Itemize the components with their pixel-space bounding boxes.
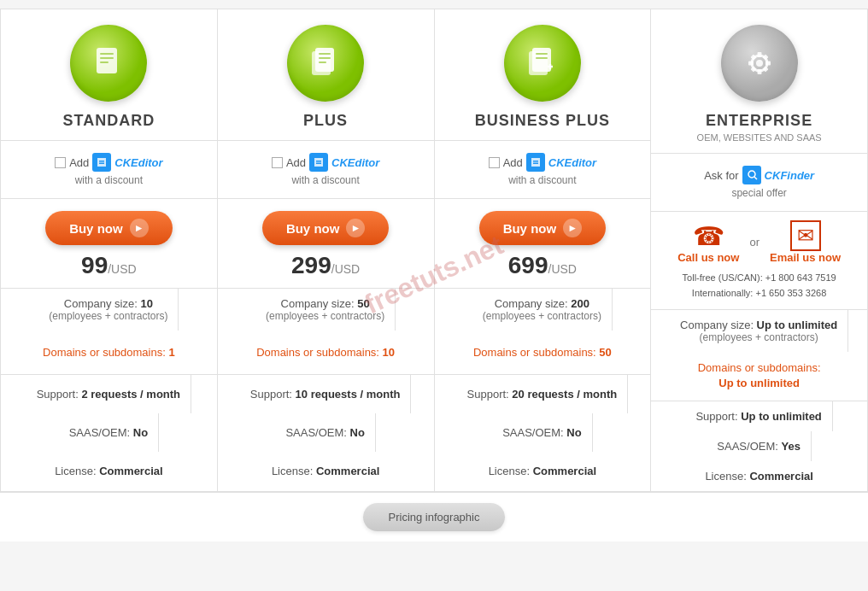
- company-size-note-business-plus: (employees + contractors): [483, 310, 601, 322]
- company-size-note-plus: (employees + contractors): [266, 310, 384, 322]
- support-enterprise: Support: Up to unlimited: [685, 401, 832, 431]
- license-business-plus: License: Commercial: [478, 452, 607, 490]
- svg-rect-6: [319, 53, 331, 55]
- buy-button-standard[interactable]: Buy now ►: [45, 211, 173, 245]
- domains-standard: Domains or subdomains: 1: [1, 331, 217, 375]
- add-checkbox-business-plus[interactable]: [489, 157, 500, 168]
- add-checkbox-plus[interactable]: [272, 157, 283, 168]
- buy-button-plus[interactable]: Buy now ►: [262, 211, 390, 245]
- svg-rect-11: [536, 53, 548, 55]
- plan-header-enterprise: ENTERPRISE OEM, WEBSITES AND SAAS: [651, 9, 867, 154]
- ck-text-standard: CKEditor: [114, 156, 162, 169]
- license-enterprise: License: Commercial: [695, 461, 823, 491]
- saas-business-plus: SAAS/OEM: No: [492, 413, 592, 452]
- plan-icon-enterprise: [721, 25, 798, 102]
- plan-enterprise: ENTERPRISE OEM, WEBSITES AND SAAS Ask fo…: [651, 9, 867, 491]
- svg-rect-5: [315, 48, 334, 72]
- svg-rect-12: [536, 57, 548, 59]
- contact-info: Toll-free (US/CAN): +1 800 643 7519 Inte…: [683, 271, 836, 301]
- add-text-business-plus: Add: [503, 156, 523, 169]
- ck-text-plus: CKEditor: [331, 156, 379, 169]
- price-business-plus: 699/USD: [508, 252, 577, 279]
- svg-rect-17: [757, 52, 761, 57]
- svg-rect-20: [765, 61, 771, 66]
- buy-button-business-plus[interactable]: Buy now ►: [479, 211, 607, 245]
- infographic-label: Pricing infographic: [389, 511, 480, 524]
- saas-enterprise: SAAS/OEM: Yes: [707, 431, 812, 461]
- add-sub-plus: with a discount: [291, 174, 359, 186]
- plan-header-business-plus: BUSINESS PLUS: [435, 9, 651, 141]
- svg-rect-19: [748, 61, 754, 66]
- plan-header-plus: PLUS: [218, 9, 434, 141]
- international: Internationally: +1 650 353 3268: [692, 288, 827, 298]
- saas-standard: SAAS/OEM: No: [59, 413, 159, 452]
- buy-section-business-plus: Buy now ► 699/USD: [435, 199, 651, 289]
- add-row-enterprise: Ask for CKFinder: [704, 166, 814, 184]
- plan-plus: PLUS Add CKEditor with a discount Buy no…: [218, 9, 435, 491]
- or-text: or: [749, 236, 760, 249]
- svg-rect-7: [319, 57, 331, 59]
- domains-enterprise: Domains or subdomains: Up to unlimited: [651, 352, 867, 401]
- add-sub-standard: with a discount: [75, 174, 143, 186]
- buy-section-standard: Buy now ► 99/USD: [1, 199, 217, 289]
- svg-rect-8: [319, 61, 326, 63]
- price-value-business-plus: 699: [508, 252, 548, 278]
- add-row-business-plus: Add CKEditor: [489, 153, 596, 172]
- add-text-plus: Add: [286, 156, 306, 169]
- ck-icon-standard: [92, 153, 111, 172]
- svg-rect-18: [757, 69, 761, 74]
- price-standard: 99/USD: [81, 252, 137, 279]
- plan-icon-business-plus: [504, 25, 581, 102]
- plan-icon-plus: [287, 25, 364, 102]
- add-sub-business-plus: with a discount: [508, 174, 576, 186]
- company-size-enterprise: Company size: Up to unlimited (employees…: [670, 310, 848, 352]
- plan-header-standard: STANDARD: [1, 9, 217, 141]
- add-section-enterprise: Ask for CKFinder special offer: [651, 154, 867, 212]
- plan-name-enterprise: ENTERPRISE: [706, 112, 812, 130]
- svg-line-26: [754, 177, 757, 179]
- email-icon: ✉: [790, 220, 821, 251]
- infographic-button[interactable]: Pricing infographic: [363, 503, 506, 531]
- buy-arrow-standard: ►: [130, 219, 149, 237]
- ck-icon-business-plus: [526, 153, 545, 172]
- company-size-label-standard: Company size: 10: [64, 297, 153, 310]
- support-plus: Support: 10 requests / month: [240, 375, 412, 413]
- plan-standard: STANDARD Add CKEditor with a discount Bu…: [1, 9, 218, 491]
- add-row-standard: Add CKEditor: [55, 153, 162, 172]
- add-section-standard: Add CKEditor with a discount: [1, 141, 217, 199]
- ckf-icon-enterprise: [742, 166, 761, 184]
- ck-text-business-plus: CKEditor: [548, 156, 596, 169]
- buy-arrow-business-plus: ►: [563, 219, 582, 237]
- currency-business-plus: /USD: [548, 262, 577, 276]
- ck-icon-plus: [309, 153, 328, 172]
- currency-standard: /USD: [108, 262, 136, 276]
- svg-rect-3: [100, 61, 108, 63]
- license-standard: License: Commercial: [44, 452, 173, 490]
- support-standard: Support: 2 requests / month: [26, 375, 191, 413]
- plan-icon-standard: [70, 25, 147, 102]
- add-section-business-plus: Add CKEditor with a discount: [435, 141, 651, 199]
- price-plus: 299/USD: [291, 252, 360, 279]
- svg-rect-10: [532, 48, 551, 72]
- currency-plus: /USD: [331, 262, 360, 276]
- phone-icon: ☎: [693, 221, 724, 251]
- plan-name-standard: STANDARD: [63, 112, 155, 130]
- pricing-table: STANDARD Add CKEditor with a discount Bu…: [0, 9, 868, 492]
- call-block: ☎ Call us now: [677, 221, 739, 264]
- domains-plus: Domains or subdomains: 10: [218, 331, 434, 375]
- company-size-standard: Company size: 10 (employees + contractor…: [38, 289, 179, 331]
- svg-point-16: [756, 60, 763, 67]
- add-text-standard: Add: [69, 156, 89, 169]
- plan-subtitle-enterprise: OEM, WEBSITES AND SAAS: [697, 132, 822, 143]
- price-value-plus: 299: [291, 252, 331, 278]
- plan-business-plus: BUSINESS PLUS Add CKEditor with a discou…: [435, 9, 652, 491]
- support-business-plus: Support: 20 requests / month: [457, 375, 629, 413]
- plan-name-plus: PLUS: [303, 112, 348, 130]
- add-checkbox-standard[interactable]: [55, 157, 66, 168]
- call-label[interactable]: Call us now: [677, 251, 739, 264]
- svg-rect-0: [97, 48, 117, 73]
- buy-label-business-plus: Buy now: [503, 221, 557, 236]
- email-label[interactable]: Email us now: [770, 251, 841, 264]
- saas-plus: SAAS/OEM: No: [275, 413, 375, 452]
- ask-text-enterprise: Ask for: [704, 169, 738, 182]
